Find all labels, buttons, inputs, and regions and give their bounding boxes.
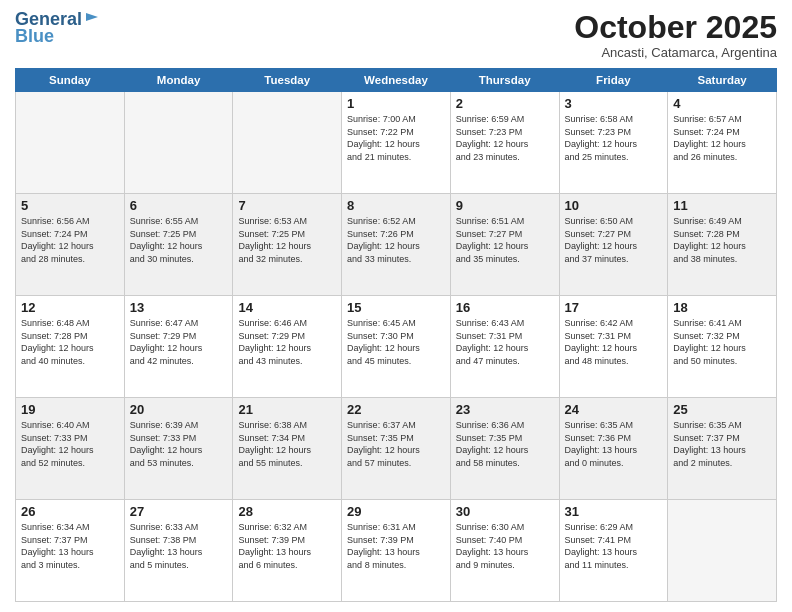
logo: General Blue [15,10,100,47]
svg-marker-0 [86,13,98,21]
calendar-cell: 17Sunrise: 6:42 AM Sunset: 7:31 PM Dayli… [559,296,668,398]
day-number: 24 [565,402,663,417]
location-subtitle: Ancasti, Catamarca, Argentina [574,45,777,60]
day-number: 19 [21,402,119,417]
day-number: 10 [565,198,663,213]
weekday-header-friday: Friday [559,69,668,92]
day-info: Sunrise: 6:40 AM Sunset: 7:33 PM Dayligh… [21,419,119,469]
day-info: Sunrise: 6:58 AM Sunset: 7:23 PM Dayligh… [565,113,663,163]
calendar-cell: 6Sunrise: 6:55 AM Sunset: 7:25 PM Daylig… [124,194,233,296]
calendar-cell: 18Sunrise: 6:41 AM Sunset: 7:32 PM Dayli… [668,296,777,398]
day-info: Sunrise: 6:31 AM Sunset: 7:39 PM Dayligh… [347,521,445,571]
day-info: Sunrise: 6:46 AM Sunset: 7:29 PM Dayligh… [238,317,336,367]
calendar-cell: 25Sunrise: 6:35 AM Sunset: 7:37 PM Dayli… [668,398,777,500]
day-number: 2 [456,96,554,111]
month-title: October 2025 [574,10,777,45]
day-info: Sunrise: 6:49 AM Sunset: 7:28 PM Dayligh… [673,215,771,265]
calendar-cell: 9Sunrise: 6:51 AM Sunset: 7:27 PM Daylig… [450,194,559,296]
day-info: Sunrise: 6:48 AM Sunset: 7:28 PM Dayligh… [21,317,119,367]
calendar-cell: 26Sunrise: 6:34 AM Sunset: 7:37 PM Dayli… [16,500,125,602]
weekday-header-thursday: Thursday [450,69,559,92]
day-info: Sunrise: 6:42 AM Sunset: 7:31 PM Dayligh… [565,317,663,367]
day-info: Sunrise: 6:38 AM Sunset: 7:34 PM Dayligh… [238,419,336,469]
day-number: 27 [130,504,228,519]
day-info: Sunrise: 6:53 AM Sunset: 7:25 PM Dayligh… [238,215,336,265]
day-number: 25 [673,402,771,417]
calendar-cell [668,500,777,602]
day-number: 11 [673,198,771,213]
calendar-week-row: 26Sunrise: 6:34 AM Sunset: 7:37 PM Dayli… [16,500,777,602]
calendar-cell: 21Sunrise: 6:38 AM Sunset: 7:34 PM Dayli… [233,398,342,500]
calendar-cell: 29Sunrise: 6:31 AM Sunset: 7:39 PM Dayli… [342,500,451,602]
day-number: 17 [565,300,663,315]
calendar-cell: 23Sunrise: 6:36 AM Sunset: 7:35 PM Dayli… [450,398,559,500]
day-number: 22 [347,402,445,417]
day-number: 12 [21,300,119,315]
weekday-header-wednesday: Wednesday [342,69,451,92]
day-number: 21 [238,402,336,417]
day-info: Sunrise: 6:29 AM Sunset: 7:41 PM Dayligh… [565,521,663,571]
logo-blue-text: Blue [15,26,54,47]
day-info: Sunrise: 7:00 AM Sunset: 7:22 PM Dayligh… [347,113,445,163]
day-info: Sunrise: 6:33 AM Sunset: 7:38 PM Dayligh… [130,521,228,571]
weekday-header-sunday: Sunday [16,69,125,92]
calendar-cell [16,92,125,194]
day-number: 1 [347,96,445,111]
calendar-cell: 24Sunrise: 6:35 AM Sunset: 7:36 PM Dayli… [559,398,668,500]
calendar-table: SundayMondayTuesdayWednesdayThursdayFrid… [15,68,777,602]
day-info: Sunrise: 6:57 AM Sunset: 7:24 PM Dayligh… [673,113,771,163]
calendar-cell [124,92,233,194]
calendar-cell: 10Sunrise: 6:50 AM Sunset: 7:27 PM Dayli… [559,194,668,296]
day-info: Sunrise: 6:43 AM Sunset: 7:31 PM Dayligh… [456,317,554,367]
day-info: Sunrise: 6:47 AM Sunset: 7:29 PM Dayligh… [130,317,228,367]
day-number: 26 [21,504,119,519]
day-info: Sunrise: 6:30 AM Sunset: 7:40 PM Dayligh… [456,521,554,571]
calendar-cell: 11Sunrise: 6:49 AM Sunset: 7:28 PM Dayli… [668,194,777,296]
calendar-cell: 8Sunrise: 6:52 AM Sunset: 7:26 PM Daylig… [342,194,451,296]
day-number: 13 [130,300,228,315]
day-info: Sunrise: 6:35 AM Sunset: 7:37 PM Dayligh… [673,419,771,469]
calendar-cell: 2Sunrise: 6:59 AM Sunset: 7:23 PM Daylig… [450,92,559,194]
day-info: Sunrise: 6:36 AM Sunset: 7:35 PM Dayligh… [456,419,554,469]
day-info: Sunrise: 6:50 AM Sunset: 7:27 PM Dayligh… [565,215,663,265]
calendar-week-row: 12Sunrise: 6:48 AM Sunset: 7:28 PM Dayli… [16,296,777,398]
calendar-cell: 20Sunrise: 6:39 AM Sunset: 7:33 PM Dayli… [124,398,233,500]
calendar-cell: 22Sunrise: 6:37 AM Sunset: 7:35 PM Dayli… [342,398,451,500]
day-info: Sunrise: 6:51 AM Sunset: 7:27 PM Dayligh… [456,215,554,265]
day-info: Sunrise: 6:52 AM Sunset: 7:26 PM Dayligh… [347,215,445,265]
day-number: 9 [456,198,554,213]
title-area: October 2025 Ancasti, Catamarca, Argenti… [574,10,777,60]
day-number: 29 [347,504,445,519]
day-info: Sunrise: 6:59 AM Sunset: 7:23 PM Dayligh… [456,113,554,163]
day-info: Sunrise: 6:37 AM Sunset: 7:35 PM Dayligh… [347,419,445,469]
calendar-cell: 14Sunrise: 6:46 AM Sunset: 7:29 PM Dayli… [233,296,342,398]
calendar-cell [233,92,342,194]
day-number: 4 [673,96,771,111]
day-number: 15 [347,300,445,315]
day-number: 18 [673,300,771,315]
calendar-week-row: 5Sunrise: 6:56 AM Sunset: 7:24 PM Daylig… [16,194,777,296]
day-number: 5 [21,198,119,213]
day-info: Sunrise: 6:55 AM Sunset: 7:25 PM Dayligh… [130,215,228,265]
calendar-cell: 1Sunrise: 7:00 AM Sunset: 7:22 PM Daylig… [342,92,451,194]
weekday-header-tuesday: Tuesday [233,69,342,92]
day-number: 3 [565,96,663,111]
day-number: 30 [456,504,554,519]
day-number: 14 [238,300,336,315]
day-info: Sunrise: 6:39 AM Sunset: 7:33 PM Dayligh… [130,419,228,469]
day-number: 20 [130,402,228,417]
day-number: 7 [238,198,336,213]
calendar-cell: 13Sunrise: 6:47 AM Sunset: 7:29 PM Dayli… [124,296,233,398]
weekday-header-monday: Monday [124,69,233,92]
calendar-cell: 3Sunrise: 6:58 AM Sunset: 7:23 PM Daylig… [559,92,668,194]
day-number: 8 [347,198,445,213]
day-number: 6 [130,198,228,213]
logo-flag-icon [84,11,100,27]
calendar-cell: 12Sunrise: 6:48 AM Sunset: 7:28 PM Dayli… [16,296,125,398]
calendar-page: General Blue October 2025 Ancasti, Catam… [0,0,792,612]
day-info: Sunrise: 6:35 AM Sunset: 7:36 PM Dayligh… [565,419,663,469]
day-info: Sunrise: 6:56 AM Sunset: 7:24 PM Dayligh… [21,215,119,265]
calendar-cell: 4Sunrise: 6:57 AM Sunset: 7:24 PM Daylig… [668,92,777,194]
calendar-cell: 19Sunrise: 6:40 AM Sunset: 7:33 PM Dayli… [16,398,125,500]
day-info: Sunrise: 6:34 AM Sunset: 7:37 PM Dayligh… [21,521,119,571]
